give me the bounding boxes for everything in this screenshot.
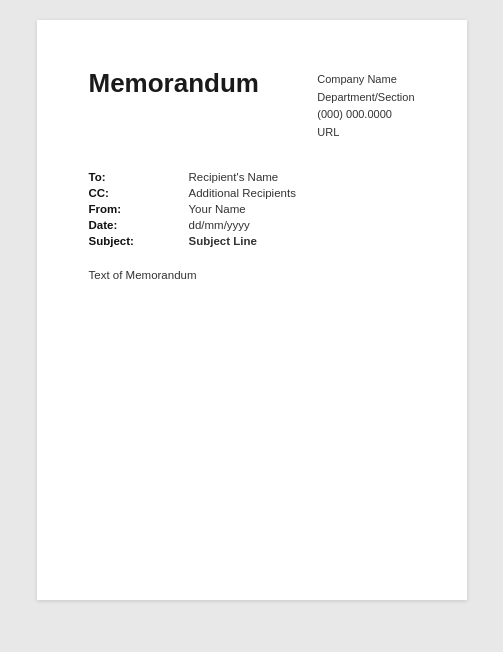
company-phone: (000) 000.0000 xyxy=(317,106,414,124)
table-row: From: Your Name xyxy=(89,201,415,217)
cc-value: Additional Recipients xyxy=(189,185,415,201)
company-name: Company Name xyxy=(317,71,414,89)
company-department: Department/Section xyxy=(317,89,414,107)
fields-table: To: Recipient's Name CC: Additional Reci… xyxy=(89,169,415,249)
header-section: Memorandum Company Name Department/Secti… xyxy=(89,68,415,141)
table-row: Subject: Subject Line xyxy=(89,233,415,249)
cc-label: CC: xyxy=(89,185,189,201)
company-url: URL xyxy=(317,124,414,142)
from-label: From: xyxy=(89,201,189,217)
table-row: To: Recipient's Name xyxy=(89,169,415,185)
to-value: Recipient's Name xyxy=(189,169,415,185)
document-page: Memorandum Company Name Department/Secti… xyxy=(37,20,467,600)
to-label: To: xyxy=(89,169,189,185)
from-value: Your Name xyxy=(189,201,415,217)
subject-label: Subject: xyxy=(89,233,189,249)
memo-body: Text of Memorandum xyxy=(89,269,415,281)
table-row: Date: dd/mm/yyyy xyxy=(89,217,415,233)
company-info: Company Name Department/Section (000) 00… xyxy=(317,71,414,141)
subject-value: Subject Line xyxy=(189,233,415,249)
date-value: dd/mm/yyyy xyxy=(189,217,415,233)
date-label: Date: xyxy=(89,217,189,233)
table-row: CC: Additional Recipients xyxy=(89,185,415,201)
